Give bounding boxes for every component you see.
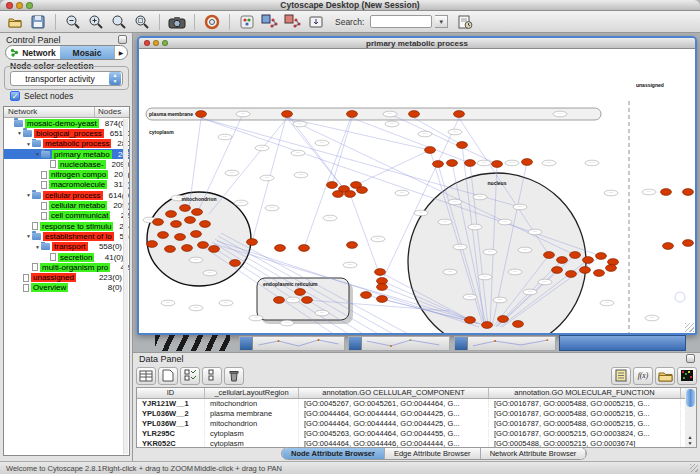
network-node-selected[interactable] <box>175 234 186 241</box>
snapshot-camera-icon[interactable] <box>167 13 187 31</box>
network-node-selected[interactable] <box>166 211 177 218</box>
search-config-icon[interactable] <box>455 13 475 31</box>
network-node-selected[interactable] <box>522 159 533 166</box>
table-row[interactable]: YJR121W__1mitochondrion[GO:0045267, GO:0… <box>137 399 687 409</box>
network-node-selected[interactable] <box>606 265 617 272</box>
network-node-selected[interactable] <box>333 191 344 198</box>
network-node-selected[interactable] <box>165 246 176 253</box>
open-file-icon[interactable] <box>5 13 25 31</box>
vizmap-icon[interactable] <box>237 13 257 31</box>
select-nodes-checkbox[interactable]: ✓ <box>10 91 20 101</box>
network-node-selected[interactable] <box>425 147 436 154</box>
tree-row[interactable]: ▼establishment of lo558(0) <box>4 231 129 241</box>
network-node-selected[interactable] <box>683 189 694 196</box>
network-node-selected[interactable] <box>583 257 594 264</box>
tab-network-attribute-browser[interactable]: Network Attribute Browser <box>481 448 587 459</box>
tree-row[interactable]: secretion41(0) <box>4 252 129 262</box>
minimized-window-1[interactable] <box>239 336 345 351</box>
network-node-selected[interactable] <box>377 284 388 291</box>
delete-attribute-icon[interactable] <box>224 367 244 385</box>
tree-expander-icon[interactable]: ▼ <box>34 151 41 157</box>
network-node-selected[interactable] <box>299 245 310 252</box>
tree-row[interactable]: cellular metabo209(0) <box>4 200 129 210</box>
tree-row[interactable]: multi-organism pro42(0) <box>4 262 129 272</box>
zoom-in-icon[interactable] <box>86 13 106 31</box>
app-resize-grip[interactable] <box>690 464 698 472</box>
network-node-selected[interactable] <box>570 252 581 259</box>
network-node-selected[interactable] <box>482 322 493 329</box>
zoom-fit-icon[interactable] <box>132 13 152 31</box>
tree-row[interactable]: macromolecule311(0) <box>4 180 129 190</box>
tree-row[interactable]: unassigned223(0) <box>4 272 129 282</box>
close-window-button[interactable] <box>6 2 13 9</box>
network-node-selected[interactable] <box>465 317 476 324</box>
minimized-window-art[interactable] <box>155 335 230 351</box>
network-node-selected[interactable] <box>375 269 386 276</box>
network-node-selected[interactable] <box>566 271 577 278</box>
tree-row[interactable]: ▼cellular process614(0) <box>4 190 129 200</box>
network-node-selected[interactable] <box>191 231 202 238</box>
network-window-resize-grip[interactable] <box>685 323 694 332</box>
network-node-selected[interactable] <box>498 316 509 323</box>
network-window-titlebar[interactable]: primary metabolic process <box>139 38 695 49</box>
network-node-selected[interactable] <box>544 252 555 259</box>
network-node-selected[interactable] <box>409 111 420 118</box>
network-canvas[interactable]: ········································… <box>139 49 695 333</box>
clear-table-icon[interactable] <box>158 367 178 385</box>
network-node-selected[interactable] <box>192 209 203 216</box>
node-color-dropdown[interactable]: transporter activity ▲▼ <box>10 71 123 86</box>
tree-row[interactable]: mosaic-demo-yeast874(0) <box>4 118 129 128</box>
zoom-selected-icon[interactable] <box>109 13 129 31</box>
zoom-network-button[interactable] <box>162 40 168 46</box>
minimize-window-button[interactable] <box>16 2 23 9</box>
minimized-window-3[interactable] <box>454 336 556 351</box>
network-node-selected[interactable] <box>158 232 169 239</box>
search-dropdown-arrow[interactable]: ▼ <box>435 15 448 28</box>
table-row[interactable]: YPL036W__1mitochondrion[GO:0044464, GO:0… <box>137 419 687 429</box>
search-input[interactable] <box>370 15 432 28</box>
tree-col-nodes[interactable]: Nodes <box>95 107 129 117</box>
network-node-selected[interactable] <box>454 111 465 118</box>
tree-col-network[interactable]: Network <box>4 107 95 117</box>
attribute-matrix-icon[interactable] <box>677 367 697 385</box>
network-node-selected[interactable] <box>198 242 209 249</box>
tree-expander-icon[interactable]: ▼ <box>25 192 32 198</box>
network-node-selected[interactable] <box>230 260 241 267</box>
network-node-selected[interactable] <box>513 321 524 328</box>
tree-row[interactable]: ▼biological_process651(0) <box>4 128 129 138</box>
network-node-selected[interactable] <box>457 142 468 149</box>
tab-network[interactable]: Network <box>6 46 60 59</box>
network-node-selected[interactable] <box>274 297 285 304</box>
tab-mosaic[interactable]: Mosaic <box>60 46 114 59</box>
network-node-selected[interactable] <box>200 221 211 228</box>
network-node-selected[interactable] <box>596 253 607 260</box>
tree-expander-icon[interactable]: ▼ <box>34 244 41 250</box>
tree-row[interactable]: nucleobase-209(0) <box>4 159 129 169</box>
tree-row[interactable]: ▼primary metabo209(... <box>4 149 129 159</box>
network-node-selected[interactable] <box>552 267 563 274</box>
network-node-selected[interactable] <box>209 246 220 253</box>
region-plasma-membrane[interactable] <box>146 108 601 120</box>
minimized-window-2[interactable] <box>348 336 450 351</box>
table-row[interactable]: YLR295Ccytoplasm[GO:0045263, GO:0044464,… <box>137 429 687 439</box>
zoom-window-button[interactable] <box>26 2 33 9</box>
select-attributes-icon[interactable] <box>180 367 200 385</box>
network-node-selected[interactable] <box>302 297 313 304</box>
network-node-selected[interactable] <box>357 187 368 194</box>
network-node-selected[interactable] <box>295 289 306 296</box>
network-node-selected[interactable] <box>153 219 164 226</box>
table-row[interactable]: YPL036W__2plasma membrane[GO:0044464, GO… <box>137 409 687 419</box>
help-lifering-icon[interactable] <box>202 13 222 31</box>
network-node-selected[interactable] <box>661 189 672 196</box>
save-session-icon[interactable] <box>28 13 48 31</box>
table-column-header[interactable]: ID <box>137 388 205 398</box>
import-table-icon[interactable] <box>306 13 326 31</box>
network-node-selected[interactable] <box>247 239 258 246</box>
network-node-selected[interactable] <box>345 191 356 198</box>
network-node-selected[interactable] <box>492 161 503 168</box>
network-node-selected[interactable] <box>196 111 207 118</box>
tab-overflow-arrow[interactable]: ▶ <box>114 46 127 59</box>
network-node-selected[interactable] <box>185 217 196 224</box>
table-scrollbar[interactable]: ▲▼ <box>685 387 697 448</box>
network-import-blue-icon[interactable] <box>260 13 280 31</box>
